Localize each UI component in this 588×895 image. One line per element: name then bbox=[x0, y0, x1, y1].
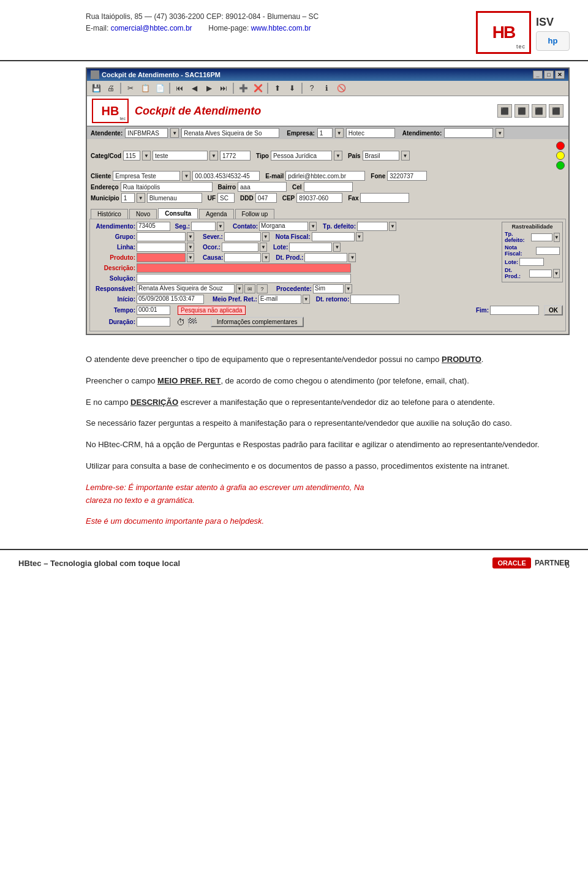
categ-value-input[interactable]: 115 bbox=[123, 151, 140, 160]
endereco-input[interactable]: Rua Itaiópolis bbox=[121, 182, 213, 192]
bairro-input[interactable]: aaa bbox=[238, 182, 287, 192]
lote-input[interactable] bbox=[289, 243, 332, 252]
empresa-name-input[interactable]: Hotec bbox=[346, 128, 395, 138]
toolbar-btn-2[interactable]: 🖨 bbox=[104, 82, 118, 94]
responsavel-input[interactable]: Renata Alves Siqueira de Souz bbox=[137, 284, 235, 293]
toolbar-btn-4[interactable]: 📋 bbox=[138, 82, 152, 94]
rastr-dt-dropdown[interactable]: ▼ bbox=[553, 269, 560, 278]
responsavel-question-icon[interactable]: ? bbox=[257, 284, 268, 293]
atendimento-form-input[interactable]: 73405 bbox=[137, 222, 170, 231]
grupo-dropdown[interactable]: ▼ bbox=[187, 232, 194, 241]
flag-icon[interactable]: 🏁 bbox=[187, 317, 197, 327]
fim-input[interactable] bbox=[490, 306, 539, 315]
toolbar-btn-del[interactable]: ❌ bbox=[251, 82, 265, 94]
empresa-dropdown[interactable]: ▼ bbox=[335, 128, 344, 138]
lote-dropdown[interactable]: ▼ bbox=[333, 243, 341, 252]
grupo-input[interactable] bbox=[137, 232, 186, 241]
toolbar-btn-up[interactable]: ⬆ bbox=[271, 82, 284, 94]
rastr-tp-input[interactable] bbox=[531, 233, 552, 241]
cnpj-input[interactable]: 00.003.453/4532-45 bbox=[192, 171, 260, 181]
dt-retorno-input[interactable] bbox=[350, 295, 399, 304]
responsavel-dropdown[interactable]: ▼ bbox=[236, 284, 243, 293]
timer-icon[interactable]: ⏱ bbox=[176, 317, 185, 327]
dt-prod-dropdown[interactable]: ▼ bbox=[349, 253, 356, 262]
tp-defeito-dropdown[interactable]: ▼ bbox=[389, 222, 396, 231]
descricao-input[interactable] bbox=[137, 263, 351, 273]
tp-defeito-input[interactable] bbox=[357, 222, 388, 231]
maximize-button[interactable]: □ bbox=[544, 70, 554, 79]
cliente-dropdown[interactable]: ▼ bbox=[182, 171, 190, 181]
cel-input[interactable] bbox=[304, 182, 353, 192]
toolbar-btn-rew[interactable]: ⏮ bbox=[173, 82, 186, 94]
atendente-id-input[interactable]: INFBMRAS bbox=[125, 128, 168, 138]
linha-input[interactable] bbox=[137, 243, 186, 252]
tipo-dropdown[interactable]: ▼ bbox=[334, 151, 342, 160]
toolbar-btn-5[interactable]: 📄 bbox=[153, 82, 167, 94]
tab-historico[interactable]: Histórico bbox=[91, 209, 128, 219]
pais-input[interactable]: Brasil bbox=[363, 151, 399, 160]
toolbar-btn-fwd[interactable]: ⏭ bbox=[217, 82, 230, 94]
email-link[interactable]: comercial@hbtec.com.br bbox=[111, 24, 192, 32]
fone-input[interactable]: 3220737 bbox=[387, 171, 427, 181]
toolbar-btn-1[interactable]: 💾 bbox=[89, 82, 103, 94]
app-icon-2[interactable]: ⬛ bbox=[514, 104, 529, 118]
rastr-nota-input[interactable] bbox=[536, 247, 560, 255]
solucao-input[interactable] bbox=[137, 274, 351, 283]
rastr-lote-input[interactable] bbox=[519, 258, 544, 266]
app-icon-3[interactable]: ⬛ bbox=[532, 104, 546, 118]
homepage-link[interactable]: www.hbtec.com.br bbox=[251, 24, 311, 32]
procedente-dropdown[interactable]: ▼ bbox=[345, 284, 352, 293]
ocor-input[interactable] bbox=[222, 243, 258, 252]
rastr-dt-input[interactable] bbox=[529, 270, 552, 278]
seg-input[interactable] bbox=[191, 222, 216, 231]
fax-input[interactable] bbox=[360, 193, 409, 203]
meio-pref-dropdown[interactable]: ▼ bbox=[303, 295, 310, 304]
atendente-name-input[interactable]: Renata Alves Siqueira de So bbox=[181, 128, 279, 138]
cliente-input[interactable]: Empresa Teste bbox=[113, 171, 180, 181]
duracao-input[interactable] bbox=[137, 317, 170, 327]
responsavel-mail-icon[interactable]: ✉ bbox=[244, 284, 255, 293]
toolbar-btn-prev[interactable]: ◀ bbox=[187, 82, 201, 94]
tab-agenda[interactable]: Agenda bbox=[199, 209, 233, 219]
meio-pref-input[interactable]: E-mail bbox=[258, 295, 301, 304]
minimize-button[interactable]: _ bbox=[533, 70, 543, 79]
causa-input[interactable] bbox=[224, 253, 261, 262]
informacoes-button[interactable]: Informações complementares bbox=[211, 317, 304, 327]
toolbar-btn-info[interactable]: ℹ bbox=[320, 82, 333, 94]
toolbar-btn-next[interactable]: ▶ bbox=[202, 82, 216, 94]
toolbar-btn-help[interactable]: ? bbox=[305, 82, 318, 94]
cep-input[interactable]: 89037-060 bbox=[296, 193, 342, 203]
sever-dropdown[interactable]: ▼ bbox=[262, 232, 270, 241]
ok-button[interactable]: OK bbox=[544, 305, 563, 315]
tempo-input[interactable]: 000:01 bbox=[137, 306, 170, 315]
sever-input[interactable] bbox=[224, 232, 261, 241]
atendimento-dropdown[interactable]: ▼ bbox=[496, 128, 504, 138]
produto-input[interactable] bbox=[137, 253, 186, 262]
municipio-name-input[interactable]: Blumenau bbox=[147, 193, 202, 203]
produto-dropdown[interactable]: ▼ bbox=[187, 253, 194, 262]
tab-followup[interactable]: Follow up bbox=[235, 209, 275, 219]
categ-dropdown[interactable]: ▼ bbox=[142, 151, 151, 160]
inicio-input[interactable]: 05/09/2008 15:03:47 bbox=[137, 295, 204, 304]
toolbar-btn-add[interactable]: ➕ bbox=[236, 82, 250, 94]
tipo-input[interactable]: Pessoa Jurídica bbox=[271, 151, 332, 160]
uf-input[interactable]: SC bbox=[217, 193, 235, 203]
linha-dropdown[interactable]: ▼ bbox=[187, 243, 194, 252]
toolbar-btn-3[interactable]: ✂ bbox=[124, 82, 137, 94]
tab-novo[interactable]: Novo bbox=[129, 209, 157, 219]
ocor-dropdown[interactable]: ▼ bbox=[260, 243, 267, 252]
nota-fiscal-dropdown[interactable]: ▼ bbox=[356, 232, 363, 241]
contato-input[interactable]: Morgana bbox=[259, 222, 308, 231]
atendente-dropdown[interactable]: ▼ bbox=[170, 128, 179, 138]
ddd-input[interactable]: 047 bbox=[255, 193, 277, 203]
nota-fiscal-input[interactable] bbox=[312, 232, 355, 241]
app-icon-1[interactable]: ⬛ bbox=[497, 104, 512, 118]
app-icon-4[interactable]: ⬛ bbox=[549, 104, 564, 118]
atendimento-input[interactable] bbox=[444, 128, 493, 138]
tab-consulta[interactable]: Consulta bbox=[158, 208, 198, 219]
empresa-id-input[interactable]: 1 bbox=[317, 128, 333, 138]
municipio-dropdown[interactable]: ▼ bbox=[137, 193, 145, 203]
close-button[interactable]: ✕ bbox=[555, 70, 565, 79]
municipio-id-input[interactable]: 1 bbox=[121, 193, 135, 203]
toolbar-btn-close2[interactable]: 🚫 bbox=[334, 82, 348, 94]
